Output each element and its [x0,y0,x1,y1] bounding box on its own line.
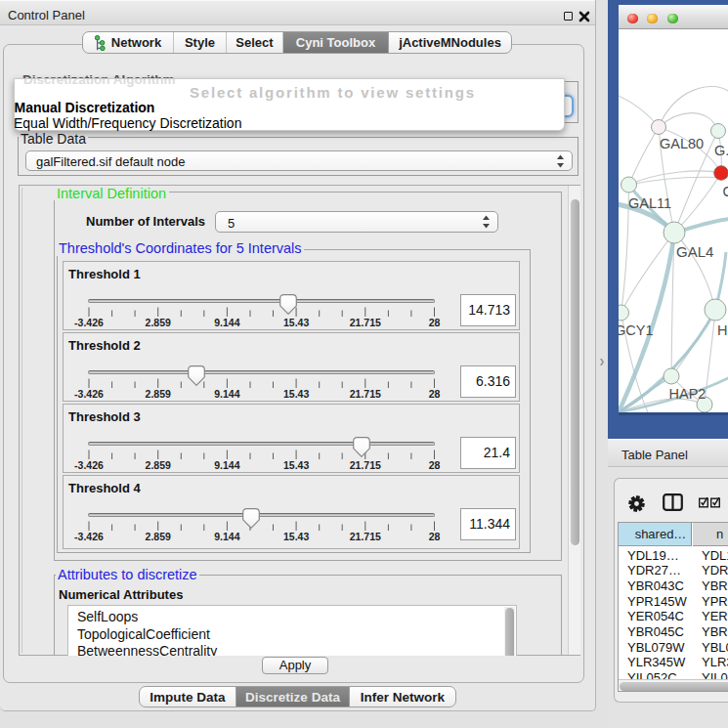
svg-text:C: C [723,184,728,199]
svg-text:GAL11: GAL11 [628,195,671,211]
svg-text:H: H [717,322,727,338]
svg-text:G.: G. [714,143,728,158]
svg-text:GCY1: GCY1 [619,322,654,338]
svg-text:GAL80: GAL80 [660,136,704,151]
svg-text:HAP2: HAP2 [669,386,707,402]
svg-text:GAL4: GAL4 [676,243,713,260]
